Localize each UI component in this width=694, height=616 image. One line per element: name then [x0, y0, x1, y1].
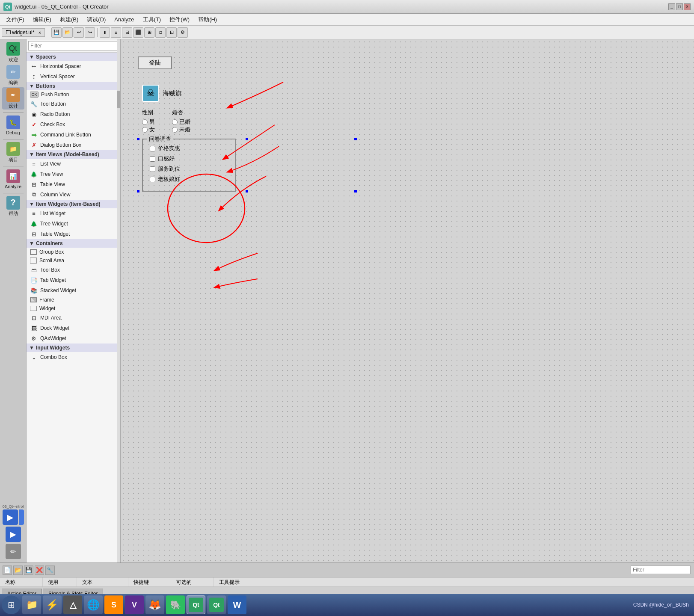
widget-qaxwidget[interactable]: ⚙ QAxWidget [27, 333, 120, 344]
action-filter-input[interactable] [631, 566, 691, 574]
taskbar-firefox[interactable]: 🦊 [145, 595, 164, 614]
taskbar-explorer[interactable]: 📁 [22, 595, 41, 614]
sidebar-item-help[interactable]: ? 帮助 [2, 195, 24, 217]
toolbar-redo[interactable]: ↪ [85, 27, 95, 38]
male-radio[interactable] [142, 119, 148, 125]
action-open-icon[interactable]: 📂 [13, 566, 23, 575]
sidebar-item-analyze[interactable]: 📊 Analyze [2, 168, 24, 190]
col-text: 文本 [77, 578, 128, 586]
sidebar-item-project[interactable]: 📁 项目 [2, 141, 24, 163]
file-tab-close[interactable]: × [39, 30, 41, 35]
scrollbar-thumb[interactable] [117, 91, 121, 108]
widget-tree-view[interactable]: 🌲 Tree View [27, 169, 120, 179]
category-item-widgets[interactable]: ▼ Item Widgets (Item-Based) [27, 200, 120, 208]
menu-file[interactable]: 文件(F) [2, 15, 29, 25]
close-btn[interactable]: × [684, 3, 691, 10]
widget-group-box[interactable]: Group Box [27, 248, 120, 256]
widget-dock-widget[interactable]: 🖼 Dock Widget [27, 323, 120, 333]
widget-tool-button[interactable]: 🔧 Tool Button [27, 99, 120, 109]
taskbar-vs[interactable]: V [125, 595, 144, 614]
menu-help[interactable]: 帮助(H) [194, 15, 221, 25]
widget-column-view[interactable]: ⧉ Column View [27, 190, 120, 200]
action-delete-icon[interactable]: ❌ [35, 566, 44, 575]
widget-stacked-widget[interactable]: 📚 Stacked Widget [27, 285, 120, 296]
taskbar-evernote[interactable]: 🐘 [166, 595, 185, 614]
toolbar-open[interactable]: 📂 [62, 27, 73, 38]
taskbar-qt2[interactable]: Qt [207, 595, 226, 614]
minimize-btn[interactable]: _ [668, 3, 675, 10]
category-buttons[interactable]: ▼ Buttons [27, 82, 120, 90]
toolbar-layout4[interactable]: ⊞ [144, 27, 154, 38]
widget-dialog-btn[interactable]: ✗ Dialog Button Box [27, 140, 120, 150]
category-input-widgets[interactable]: ▼ Input Widgets [27, 344, 120, 352]
menu-tools[interactable]: 工具(T) [139, 15, 166, 25]
widget-panel-scrollbar[interactable] [117, 39, 120, 563]
widget-tree-widget[interactable]: 🌲 Tree Widget [27, 219, 120, 229]
taskbar-lightning[interactable]: ⚡ [43, 595, 62, 614]
window-title: widget.ui - 05_Qt_Control - Qt Creator [15, 3, 109, 10]
taskbar-sublime[interactable]: S [104, 595, 123, 614]
widget-tool-box[interactable]: 🗃 Tool Box [27, 265, 120, 275]
widget-scroll-area[interactable]: Scroll Area [27, 256, 120, 265]
toolbar-layout1[interactable]: ≡ [111, 27, 121, 38]
widget-table-widget[interactable]: ⊞ Table Widget [27, 229, 120, 239]
pencil-btn[interactable]: ✏ [6, 544, 21, 559]
debug-run-btn[interactable]: ▶ [3, 509, 18, 525]
debug-run-arrow[interactable] [19, 509, 24, 525]
female-radio[interactable] [142, 127, 148, 133]
action-save-icon[interactable]: 💾 [24, 566, 33, 575]
toolbar-layout2[interactable]: ⊟ [122, 27, 132, 38]
toolbar-save[interactable]: 💾 [51, 27, 62, 38]
menu-edit[interactable]: 编辑(E) [29, 15, 56, 25]
unmarried-radio[interactable] [172, 127, 178, 133]
toolbar-undo[interactable]: ↩ [74, 27, 84, 38]
widget-radio-button[interactable]: ◉ Radio Button [27, 109, 120, 119]
checkbox-boss[interactable] [150, 177, 155, 182]
file-tab[interactable]: 🗔 widget.ui* × [2, 28, 45, 37]
toolbar-settings[interactable]: ⚙ [178, 27, 188, 38]
menu-analyze[interactable]: Analyze [110, 15, 138, 24]
checkbox-taste[interactable] [150, 156, 155, 162]
widget-tab-widget[interactable]: 📑 Tab Widget [27, 275, 120, 285]
sidebar-item-welcome[interactable]: Qt 欢迎 [2, 41, 24, 63]
widget-table-view[interactable]: ⊞ Table View [27, 179, 120, 190]
action-new-icon[interactable]: 📄 [3, 566, 12, 575]
widget-mdi-area[interactable]: ⊡ MDI Area [27, 313, 120, 323]
checkbox-price[interactable] [150, 146, 155, 151]
category-containers[interactable]: ▼ Containers [27, 239, 120, 248]
category-item-views[interactable]: ▼ Item Views (Model-Based) [27, 150, 120, 159]
taskbar-qt-green[interactable]: Qt [187, 595, 205, 614]
widget-combo-box[interactable]: ⌄ Combo Box [27, 352, 120, 362]
login-button[interactable]: 登陆 [138, 56, 172, 69]
menu-debug[interactable]: 调试(D) [83, 15, 110, 25]
maximize-btn[interactable]: □ [676, 3, 683, 10]
checkbox-service[interactable] [150, 166, 155, 172]
sidebar-item-debug[interactable]: 🐛 Debug [2, 114, 24, 136]
toolbar-layout3[interactable]: ⬛ [133, 27, 143, 38]
debug-step-btn[interactable]: ▶ [6, 527, 21, 542]
widget-filter-input[interactable] [28, 41, 119, 50]
taskbar-start-btn[interactable]: ⊞ [2, 595, 21, 614]
menu-build[interactable]: 构建(B) [56, 15, 83, 25]
widget-widget[interactable]: Widget [27, 304, 120, 313]
widget-list-view[interactable]: ≡ List View [27, 159, 120, 169]
widget-check-box[interactable]: ✓ Check Box [27, 119, 120, 130]
sidebar-item-design[interactable]: ✒ 设计 [2, 87, 24, 110]
toolbar-pause[interactable]: ⏸ [100, 27, 110, 38]
toolbar-layout6[interactable]: ⊡ [166, 27, 177, 38]
widget-h-spacer[interactable]: ↔ Horizontal Spacer [27, 61, 120, 71]
toolbar-layout5[interactable]: ⧉ [155, 27, 166, 38]
widget-frame[interactable]: Frame [27, 296, 120, 304]
widget-push-button[interactable]: OK Push Button [27, 90, 120, 99]
sidebar-item-edit[interactable]: ✏ 编辑 [2, 64, 24, 86]
taskbar-word[interactable]: W [228, 595, 246, 614]
widget-command-link[interactable]: ➡ Command Link Button [27, 130, 120, 140]
widget-v-spacer[interactable]: ↕ Vertical Spacer [27, 71, 120, 82]
widget-list-widget[interactable]: ≡ List Widget [27, 208, 120, 219]
married-radio[interactable] [172, 119, 178, 125]
menu-controls[interactable]: 控件(W) [165, 15, 194, 25]
taskbar-unity[interactable]: △ [63, 595, 82, 614]
category-spacers[interactable]: ▼ Spacers [27, 53, 120, 61]
action-settings-icon[interactable]: 🔧 [45, 566, 55, 575]
taskbar-chrome[interactable]: 🌐 [84, 595, 103, 614]
